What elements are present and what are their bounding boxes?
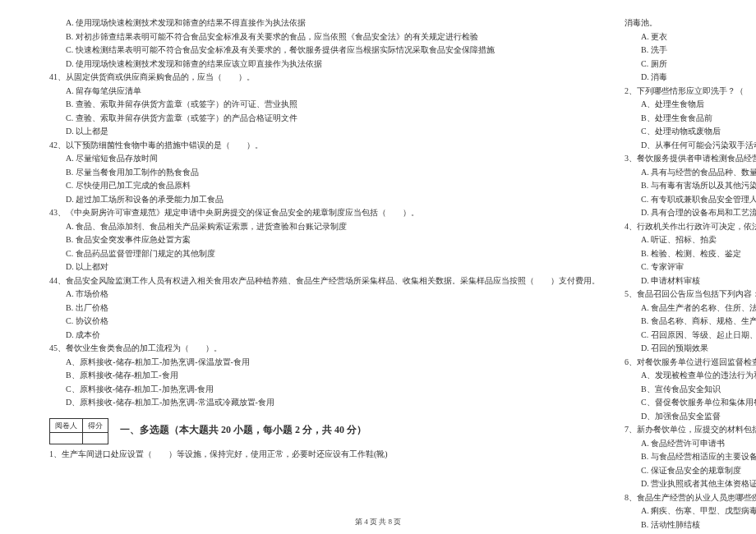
q42-c: C. 尽快使用已加工完成的食品原料 [49, 179, 600, 193]
score-col-reviewer: 阅卷人 [50, 418, 83, 433]
q42-a: A. 尽量缩短食品存放时间 [49, 152, 600, 166]
score-cell-empty[interactable] [50, 433, 83, 444]
q45-c: C、原料接收-储存-粗加工-加热烹调-食用 [49, 383, 600, 397]
rq2-stem: 2、下列哪些情形应立即洗手？（ ） [625, 85, 756, 99]
rq7-a: A. 食品经营许可申请书 [625, 437, 756, 451]
opt-c: C. 快速检测结果表明可能不符合食品安全标准及有关要求的，餐饮服务提供者应当根据… [49, 44, 600, 58]
rq4-stem: 4、行政机关作出行政许可决定，依法需要（ ）的，所需时间不计算在许可审批的期限内… [625, 220, 756, 234]
right-column: 消毒池。 A. 更衣 B. 洗手 C. 厕所 D. 消毒 2、下列哪些情形应立即… [625, 16, 756, 532]
rq4-d: D. 申请材料审核 [625, 274, 756, 288]
q45-b: B、原料接收-储存-粗加工-食用 [49, 369, 600, 383]
rq4-b: B. 检验、检测、检疫、鉴定 [625, 247, 756, 261]
q43-c: C. 食品药品监督管理部门规定的其他制度 [49, 247, 600, 261]
rq8-stem: 8、食品生产经营的从业人员患哪些疾病不得从事接触直接入口食品的工作（ ）。 [625, 491, 756, 505]
q42-b: B. 尽量当餐食用加工制作的熟食食品 [49, 166, 600, 180]
rq7-d: D. 营业执照或者其他主体资格证明文件复印件 [625, 477, 756, 491]
rq6-a: A、发现被检查单位的违法行为和食物中毒隐患 [625, 369, 756, 383]
score-cell-empty[interactable] [83, 433, 108, 444]
rq2-d: D、从事任何可能会污染双手活动 [625, 139, 756, 153]
exam-page: A. 使用现场快速检测技术发现和筛查的结果不得直接作为执法依据 B. 对初步筛查… [0, 0, 756, 534]
q44-stem: 44、食品安全风险监测工作人员有权进入相关食用农产品种植养殖、食品生产经营场所采… [49, 274, 600, 288]
rq4-a: A. 听证、招标、拍卖 [625, 233, 756, 247]
opt-b: B. 对初步筛查结果表明可能不符合食品安全标准及有关要求的食品，应当依照《食品安… [49, 30, 600, 44]
rq5-b: B. 食品名称、商标、规格、生产日期、批次等； [625, 315, 756, 329]
q41-a: A. 留存每笔供应清单 [49, 85, 600, 99]
rq4-c: C. 专家评审 [625, 260, 756, 274]
rq7-c: C. 保证食品安全的规章制度 [625, 464, 756, 478]
rq6-d: D、加强食品安全监督 [625, 410, 756, 424]
rq2-b: B、处理生食食品前 [625, 112, 756, 126]
rq3-stem: 3、餐饮服务提供者申请检测食品经营许可时，应当具备下列哪项条件（ ）。 [625, 152, 756, 166]
rq6-b: B、宣传食品安全知识 [625, 383, 756, 397]
opt-d: D. 使用现场快速检测技术发现和筛查的结果应该立即直接作为执法依据 [49, 58, 600, 71]
left-column: A. 使用现场快速检测技术发现和筛查的结果不得直接作为执法依据 B. 对初步筛查… [49, 16, 600, 532]
score-table: 阅卷人 得分 [49, 418, 108, 445]
rq2-c: C、处理动物或废物后 [625, 125, 756, 139]
rq3-b: B. 与有毒有害场所以及其他污染源保持一定距离 [625, 179, 756, 193]
q43-a: A. 食品、食品添加剂、食品相关产品采购索证索票，进货查验和台账记录制度 [49, 220, 600, 234]
q43-stem: 43、《中央厨房许可审查规范》规定申请中央厨房提交的保证食品安全的规章制度应当包… [49, 206, 600, 220]
q44-a: A. 市场价格 [49, 288, 600, 302]
q42-stem: 42、以下预防细菌性食物中毒的措施中错误的是（ ）。 [49, 139, 600, 153]
rq5-d: D. 召回的预期效果 [625, 342, 756, 356]
q44-c: C. 协议价格 [49, 315, 600, 329]
rq3-d: D. 具有合理的设备布局和工艺流程 [625, 206, 756, 220]
rq5-a: A. 食品生产者的名称、住所、法定代表人、具体负责人、联系电话、电子邮箱等； [625, 302, 756, 315]
rq3-c: C. 有专职或兼职食品安全管理人员和保证食品安全的规章制度 [625, 193, 756, 207]
rq7-stem: 7、新办餐饮单位，应提交的材料包括：（ ） [625, 423, 756, 437]
q41-b: B. 查验、索取并留存供货方盖章（或签字）的许可证、营业执照 [49, 98, 600, 112]
rq3-a: A. 具有与经营的食品品种、数量相适应的场所、设备或者设施 [625, 166, 756, 180]
q45-a: A、原料接收-储存-粗加工-加热烹调-保温放置-食用 [49, 356, 600, 370]
rq2-a: A、处理生食物后 [625, 98, 756, 112]
q41-stem: 41、从固定供货商或供应商采购食品的，应当（ ）。 [49, 71, 600, 85]
q41-c: C. 查验、索取并留存供货方盖章（或签字）的产品合格证明文件 [49, 112, 600, 126]
rq6-c: C、督促餐饮服务单位和集体用餐配送单位改进食品卫生水平 [625, 396, 756, 410]
cont-line: 消毒池。 [625, 16, 756, 30]
score-col-score: 得分 [83, 418, 108, 433]
q45-d: D、原料接收-储存-粗加工-加热烹调-常温或冷藏放置-食用 [49, 396, 600, 410]
r-opt-c: C. 厕所 [625, 58, 756, 71]
page-footer: 第 4 页 共 8 页 [0, 517, 756, 527]
multi-q1-stem: 1、生产车间进口处应设置（ ）等设施，保持完好，使用正常，必要时还应设有工作鞋(… [49, 448, 600, 462]
rq6-stem: 6、对餐饮服务单位进行巡回监督检查的目的是（ ）。 [625, 356, 756, 370]
section-title: 一、多选题（本大题共 20 小题，每小题 2 分，共 40 分） [120, 422, 366, 439]
opt-a: A. 使用现场快速检测技术发现和筛查的结果不得直接作为执法依据 [49, 16, 600, 30]
q44-b: B. 出厂价格 [49, 302, 600, 315]
q42-d: D. 超过加工场所和设备的承受能力加工食品 [49, 193, 600, 207]
rq5-c: C. 召回原因、等级、起止日期、区域范围； [625, 329, 756, 343]
r-opt-d: D. 消毒 [625, 71, 756, 85]
q43-d: D. 以上都对 [49, 260, 600, 274]
rq7-b: B. 与食品经营相适应的主要设备设施布局、操作流程等文件 [625, 450, 756, 464]
q41-d: D. 以上都是 [49, 125, 600, 139]
section-header-row: 阅卷人 得分 一、多选题（本大题共 20 小题，每小题 2 分，共 40 分） [49, 410, 600, 449]
r-opt-a: A. 更衣 [625, 30, 756, 44]
q45-stem: 45、餐饮业生食类食品的加工流程为（ ）。 [49, 342, 600, 356]
q43-b: B. 食品安全突发事件应急处置方案 [49, 233, 600, 247]
rq5-stem: 5、食品召回公告应当包括下列内容：（ ） [625, 288, 756, 302]
q44-d: D. 成本价 [49, 329, 600, 343]
r-opt-b: B. 洗手 [625, 44, 756, 58]
